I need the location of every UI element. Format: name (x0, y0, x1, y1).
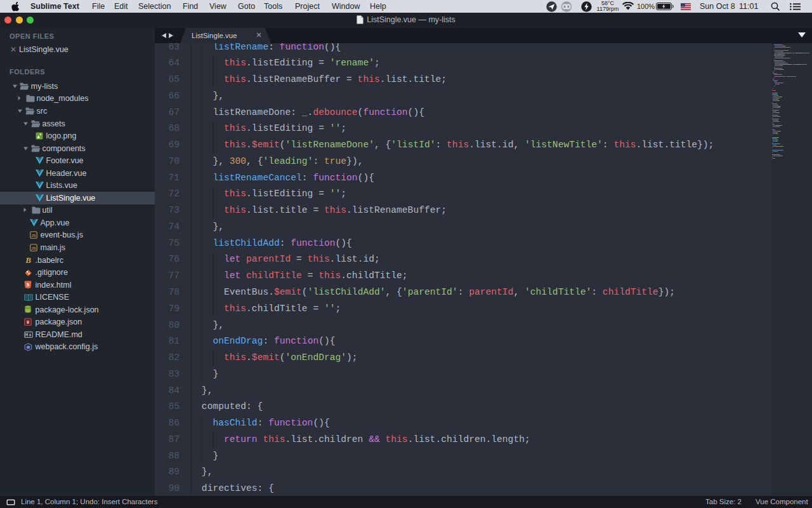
svg-text:5: 5 (27, 283, 29, 287)
svg-text:JS: JS (31, 246, 36, 250)
svg-text:B: B (25, 256, 31, 264)
svg-text:JS: JS (31, 234, 36, 237)
